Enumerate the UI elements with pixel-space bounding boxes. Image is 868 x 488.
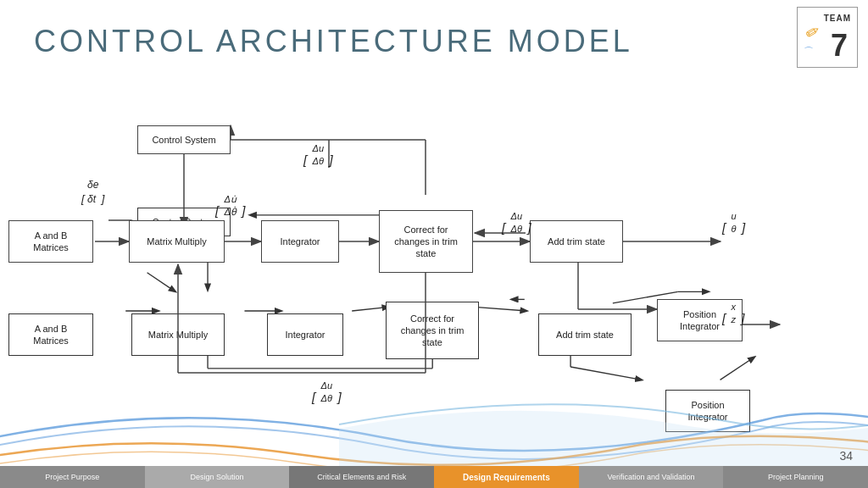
delta-u-theta-right-label: [ ΔuΔθ ]: [502, 210, 531, 236]
correct-for-label: Correct forchanges in trimstate: [394, 224, 458, 260]
logo-team-text: TEAM: [824, 14, 851, 23]
position-integrator-label: PositionIntegrator: [680, 308, 720, 333]
logo-pencil-icon: ✏: [801, 19, 824, 44]
nav-item-purpose[interactable]: Project Purpose: [0, 466, 145, 488]
delta-udot-thetadot-label: [ Δu̇Δθ̇ ]: [215, 193, 245, 219]
matrix-multiply-box: Matrix Multiply: [129, 220, 225, 263]
nav-verification-label: Verification and Validation: [608, 473, 695, 481]
nav-critical-label: Critical Elements and Risk: [317, 473, 406, 481]
add-trim-box: Add trim state: [530, 220, 623, 263]
nav-design-label: Design Solution: [190, 473, 243, 481]
page-title: CONTROL ARCHITECTURE MODEL: [34, 24, 633, 59]
logo-arc: ⌒: [804, 45, 814, 59]
matrix-multiply-label: Matrix Multiply: [147, 236, 206, 247]
delta-e-t-label: [ δeδt ]: [81, 178, 104, 207]
nav-item-planning[interactable]: Project Planning: [723, 466, 868, 488]
control-system-label: Control System: [152, 134, 215, 146]
nav-item-critical[interactable]: Critical Elements and Risk: [289, 466, 434, 488]
page-number: 34: [839, 449, 853, 463]
u-theta-output-label: [ uθ ]: [722, 210, 745, 236]
a-b-matrices-box: A and BMatrices: [8, 220, 93, 263]
logo-number: 7: [831, 30, 848, 61]
nav-item-design-req[interactable]: Design Requirements: [434, 466, 579, 488]
nav-purpose-label: Project Purpose: [45, 473, 99, 481]
add-trim-label: Add trim state: [548, 236, 605, 247]
team-logo: TEAM ✏ 7 ⌒: [797, 7, 858, 68]
control-system-box: Control System: [137, 125, 231, 154]
nav-item-verification[interactable]: Verification and Validation: [579, 466, 724, 488]
correct-for-box: Correct forchanges in trimstate: [379, 210, 473, 273]
delta-u-theta-top-label: [ ΔuΔθ ]: [303, 142, 333, 169]
nav-design-req-label: Design Requirements: [463, 473, 550, 482]
x-z-output-label: [ xz ]: [722, 301, 745, 327]
a-b-matrices-label: A and BMatrices: [33, 230, 69, 254]
nav-item-design-solution[interactable]: Design Solution: [145, 466, 290, 488]
integrator-label: Integrator: [280, 236, 320, 247]
integrator-box: Integrator: [261, 220, 339, 263]
nav-bar[interactable]: Project Purpose Design Solution Critical…: [0, 466, 868, 488]
nav-planning-label: Project Planning: [768, 473, 824, 481]
